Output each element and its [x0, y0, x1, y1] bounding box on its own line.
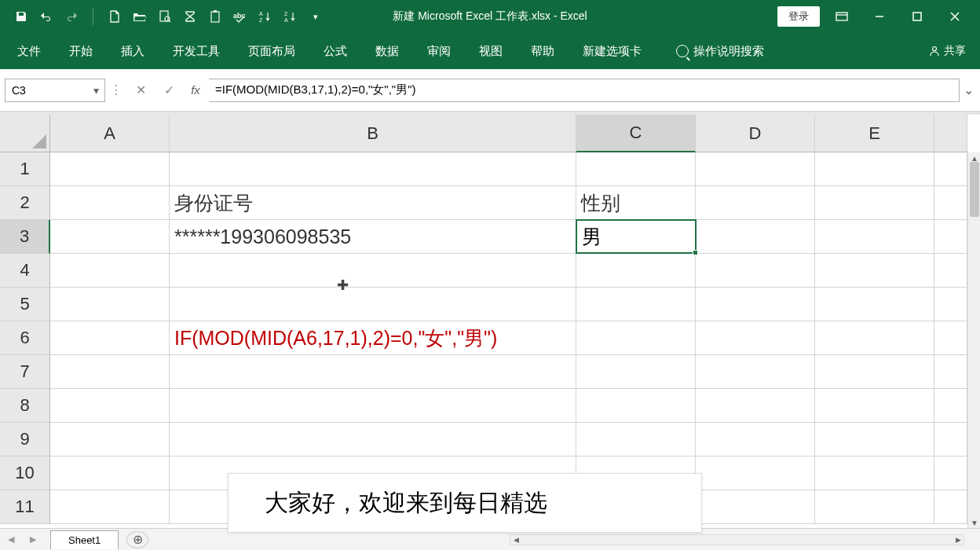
horizontal-scrollbar[interactable]: ◀ ▶ — [510, 534, 964, 545]
cell-e10[interactable] — [815, 456, 934, 490]
cell-f9[interactable] — [934, 423, 967, 456]
tab-formulas[interactable]: 公式 — [320, 42, 350, 60]
cell-a3[interactable] — [50, 220, 170, 254]
open-folder-icon[interactable] — [133, 9, 147, 24]
cell-c7[interactable] — [576, 355, 696, 389]
minimize-button[interactable] — [864, 5, 895, 28]
col-header-d[interactable]: D — [696, 115, 815, 152]
cell-b4[interactable] — [170, 254, 576, 288]
tab-developer[interactable]: 开发工具 — [170, 42, 223, 60]
cell-f5[interactable] — [934, 288, 967, 321]
cell-a10[interactable] — [50, 456, 170, 490]
cell-d3[interactable] — [696, 220, 815, 254]
cell-f10[interactable] — [934, 456, 967, 490]
cell-f11[interactable] — [934, 490, 967, 524]
row-header-10[interactable]: 10 — [0, 456, 50, 490]
cell-c1[interactable] — [576, 152, 696, 186]
spell-check-icon[interactable]: abc — [233, 9, 247, 24]
share-button[interactable]: 共享 — [928, 44, 966, 58]
new-file-icon[interactable] — [108, 9, 122, 24]
cell-e7[interactable] — [815, 355, 934, 389]
cell-a4[interactable] — [50, 254, 170, 288]
cell-d7[interactable] — [696, 355, 815, 389]
cell-e4[interactable] — [815, 254, 934, 288]
cell-a9[interactable] — [50, 423, 170, 456]
row-header-11[interactable]: 11 — [0, 490, 50, 524]
tab-insert[interactable]: 插入 — [118, 42, 148, 60]
redo-icon[interactable] — [64, 9, 79, 24]
formula-input[interactable]: =IF(MOD(MID(B3,17,1),2)=0,"女","男") — [209, 79, 960, 102]
undo-icon[interactable] — [39, 9, 53, 24]
tell-me-search[interactable]: 操作说明搜索 — [676, 44, 764, 59]
tab-help[interactable]: 帮助 — [528, 42, 558, 60]
scroll-thumb[interactable] — [970, 162, 979, 217]
row-header-1[interactable]: 1 — [0, 152, 50, 186]
cell-e8[interactable] — [815, 389, 934, 423]
cell-c2[interactable]: 性别 — [576, 186, 696, 220]
cell-b8[interactable] — [170, 389, 576, 423]
col-header-a[interactable]: A — [50, 115, 170, 152]
cell-d2[interactable] — [696, 186, 815, 220]
cell-f2[interactable] — [934, 186, 967, 220]
hscroll-right-icon[interactable]: ▶ — [953, 535, 964, 544]
select-all-corner[interactable] — [0, 115, 50, 152]
row-header-8[interactable]: 8 — [0, 389, 50, 423]
tab-review[interactable]: 审阅 — [424, 42, 454, 60]
row-header-5[interactable]: 5 — [0, 288, 50, 321]
row-header-9[interactable]: 9 — [0, 423, 50, 456]
tab-page-layout[interactable]: 页面布局 — [245, 42, 298, 60]
print-preview-icon[interactable] — [158, 9, 172, 24]
tab-view[interactable]: 视图 — [476, 42, 506, 60]
cell-e1[interactable] — [815, 152, 934, 186]
cell-e5[interactable] — [815, 288, 934, 321]
cell-b9[interactable] — [170, 423, 576, 456]
cell-f3[interactable] — [934, 220, 967, 254]
tab-nav-prev-icon[interactable]: ◀ — [0, 534, 22, 544]
tab-custom[interactable]: 新建选项卡 — [580, 42, 645, 60]
cell-b3[interactable]: ******199306098535 — [170, 220, 576, 254]
cell-a5[interactable] — [50, 288, 170, 321]
insert-function-icon[interactable]: fx — [184, 83, 207, 97]
cell-e9[interactable] — [815, 423, 934, 456]
cell-a11[interactable] — [50, 490, 170, 524]
cell-d11[interactable] — [696, 490, 815, 524]
row-header-3[interactable]: 3 — [0, 220, 50, 254]
cell-a7[interactable] — [50, 355, 170, 389]
enter-formula-icon[interactable]: ✓ — [155, 79, 182, 102]
qat-dropdown-icon[interactable]: ▾ — [309, 9, 323, 24]
selected-cell-c3[interactable]: 男 — [576, 219, 697, 254]
scroll-down-icon[interactable]: ▼ — [968, 517, 980, 528]
vertical-scrollbar[interactable]: ▲ ▼ — [967, 152, 980, 528]
cell-a1[interactable] — [50, 152, 170, 186]
save-icon[interactable] — [14, 9, 28, 24]
col-header-next[interactable] — [934, 115, 967, 152]
expand-formula-bar-icon[interactable]: ⌄ — [961, 82, 975, 97]
cell-c8[interactable] — [576, 389, 696, 423]
cell-e11[interactable] — [815, 490, 934, 524]
cell-f8[interactable] — [934, 389, 967, 423]
paste-icon[interactable] — [208, 9, 222, 24]
cell-b6[interactable]: IF(MOD(MID(A6,17,1),2)=0,"女","男") — [170, 321, 576, 355]
tab-data[interactable]: 数据 — [372, 42, 402, 60]
cell-a8[interactable] — [50, 389, 170, 423]
close-button[interactable] — [939, 5, 971, 28]
row-header-6[interactable]: 6 — [0, 321, 50, 355]
col-header-b[interactable]: B — [170, 115, 576, 152]
cell-d4[interactable] — [696, 254, 815, 288]
cell-e6[interactable] — [815, 321, 934, 355]
cell-d5[interactable] — [696, 288, 815, 321]
cell-f6[interactable] — [934, 321, 967, 355]
cell-c5[interactable] — [576, 288, 696, 321]
row-header-2[interactable]: 2 — [0, 186, 50, 220]
col-header-c[interactable]: C — [576, 115, 696, 152]
cell-d10[interactable] — [696, 456, 815, 490]
row-header-7[interactable]: 7 — [0, 355, 50, 389]
cell-e3[interactable] — [815, 220, 934, 254]
cell-d8[interactable] — [696, 389, 815, 423]
cell-f4[interactable] — [934, 254, 967, 288]
name-box[interactable]: C3 ▾ — [5, 79, 105, 102]
sheet-tab-1[interactable]: Sheet1 — [50, 530, 119, 549]
cell-c6[interactable] — [576, 321, 696, 355]
cancel-formula-icon[interactable]: ✕ — [127, 79, 154, 102]
tab-file[interactable]: 文件 — [14, 42, 44, 60]
